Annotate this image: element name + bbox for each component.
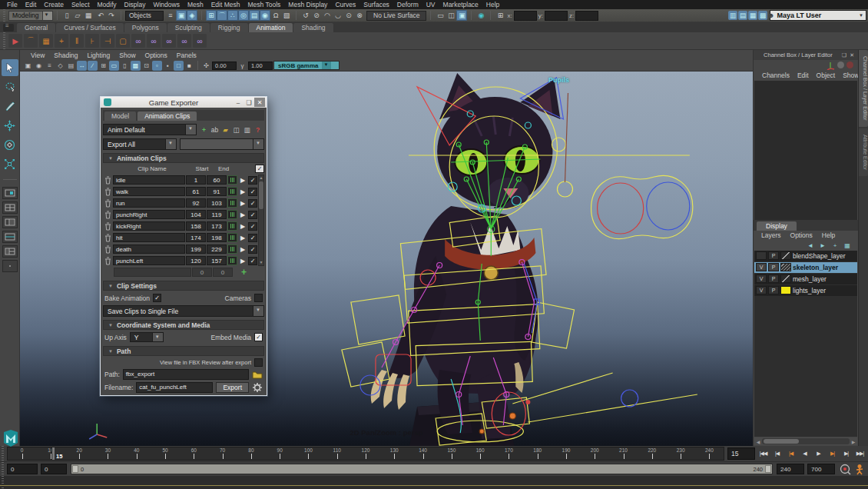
step-back-key-button[interactable]: |◀	[784, 447, 797, 460]
grid-coords-icon[interactable]: ⊞	[495, 10, 505, 21]
lasso-select-tool-button[interactable]	[2, 78, 18, 95]
x-coordinate-field[interactable]	[514, 11, 537, 21]
safe-title-icon[interactable]: ▪	[163, 61, 173, 71]
single-pane-icon[interactable]: ▭	[435, 10, 446, 21]
open-scene-icon[interactable]: ▱	[72, 10, 83, 21]
select-camera-icon[interactable]: ▣	[23, 61, 33, 71]
dirty-propagation-icon[interactable]: ⊙	[343, 10, 354, 21]
evaluate-begin-icon[interactable]: ◠	[322, 10, 333, 21]
clip-end-field[interactable]: 103	[207, 198, 227, 208]
menu-item[interactable]: UV	[422, 1, 439, 8]
sidebar-vertical-tab[interactable]: Channel Box / Layer Editor	[859, 50, 868, 127]
clip-enabled-checkbox[interactable]: ✓	[248, 222, 257, 231]
export-target-combo[interactable]	[180, 138, 264, 150]
cycle-check-icon[interactable]: ⊗	[354, 10, 365, 21]
shelf-tab[interactable]: Curves / Surfaces	[56, 23, 124, 32]
play-clip-button[interactable]: ▶	[238, 211, 247, 218]
anim-snapshot-icon[interactable]: ▢	[116, 34, 130, 48]
safe-action-icon[interactable]: ▫	[152, 61, 162, 71]
panel-menu-item[interactable]: View	[26, 52, 49, 59]
step-back-frame-button[interactable]: |◀	[770, 447, 784, 460]
menu-item[interactable]: Create	[40, 1, 68, 8]
panel-menu-item[interactable]: Lighting	[82, 52, 114, 59]
y-coordinate-field[interactable]	[545, 11, 568, 21]
menu-item[interactable]: Surfaces	[359, 1, 393, 8]
drag-handle[interactable]	[0, 476, 5, 489]
shelf-tab[interactable]: General	[17, 23, 55, 32]
coordinate-section-header[interactable]: ▼ Coordinate System and Media	[103, 320, 264, 330]
exporter-tab[interactable]: Model	[104, 111, 136, 121]
shelf-tab[interactable]: Polygons	[124, 23, 167, 32]
channel-box-menu-item[interactable]: Object	[813, 72, 840, 79]
path-field[interactable]: fbx_export	[123, 369, 249, 380]
layer-visibility-toggle[interactable]	[756, 251, 767, 260]
animation-clips-section-header[interactable]: ▼ Animation Clips	[103, 153, 264, 163]
four-pane-layout-button[interactable]	[2, 201, 18, 214]
clip-end-field[interactable]: 91	[207, 187, 227, 196]
exposure-icon[interactable]: ✣	[201, 61, 211, 71]
menu-item[interactable]: Help	[482, 1, 503, 8]
create-empty-layer-icon[interactable]: +	[830, 241, 840, 250]
animation-end-field[interactable]: 700	[807, 464, 835, 474]
range-end-handle[interactable]	[765, 465, 771, 473]
selection-filter-combo[interactable]: Objects	[125, 11, 164, 21]
manipulator-icon[interactable]	[826, 61, 835, 70]
set-clip-range-button[interactable]	[227, 233, 237, 242]
view-transform-combo[interactable]: sRGB gamma	[273, 61, 340, 70]
channel-box-toggle-icon[interactable]: ▤	[738, 11, 747, 20]
range-start-handle[interactable]	[72, 465, 78, 473]
live-surface-field[interactable]: No Live Surface	[366, 11, 426, 21]
channel-box-body[interactable]	[754, 81, 857, 220]
clip-end-field[interactable]: 198	[207, 233, 227, 242]
maximize-button[interactable]: ❑	[244, 98, 254, 107]
clip-start-field[interactable]: 174	[186, 233, 206, 242]
create-layer-from-selected-icon[interactable]: ▦	[843, 241, 852, 250]
bake-animation-checkbox[interactable]: ✓	[153, 294, 161, 302]
snap-curve-icon[interactable]: ⌒	[217, 10, 227, 21]
clip-start-field[interactable]: 104	[186, 210, 206, 219]
layer-playback-toggle[interactable]: P	[768, 274, 779, 283]
clip-enabled-checkbox[interactable]: ✓	[248, 211, 257, 219]
scroll-up-icon[interactable]: ▲	[260, 175, 263, 181]
scroll-down-icon[interactable]: ▼	[260, 260, 263, 265]
sidebar-vertical-tab[interactable]: Attribute Editor	[859, 128, 868, 176]
snap-view-plane-icon[interactable]: ▤	[249, 10, 260, 21]
move-tool-button[interactable]	[2, 117, 18, 134]
clip-end-field[interactable]: 229	[207, 244, 227, 254]
menu-item[interactable]: Curves	[331, 1, 359, 8]
clip-row[interactable]: walk 61 91 ▶ ✓	[103, 186, 257, 197]
game-exporter-dialog[interactable]: Game Exporter –❑✕ ModelAnimation Clips A…	[100, 96, 267, 396]
lock-camera-icon[interactable]: ◉	[34, 61, 44, 71]
clip-row[interactable]: punchLeft 120 157 ▶ ✓	[103, 255, 257, 266]
layer-visibility-toggle[interactable]: V	[756, 274, 767, 283]
playback-start-field[interactable]: 0	[41, 464, 67, 474]
shelf-tab[interactable]: Rigging	[210, 23, 248, 32]
delete-anim-clip-set-icon[interactable]: ▥	[242, 125, 252, 135]
point-constraint-icon[interactable]: ∞	[147, 34, 161, 48]
set-clip-range-button[interactable]	[227, 256, 237, 265]
clip-start-field[interactable]: 120	[186, 256, 206, 265]
next-layer-icon[interactable]: ►	[818, 241, 827, 250]
current-frame-marker[interactable]: 15	[51, 447, 55, 460]
play-backwards-button[interactable]: ◀	[798, 447, 811, 460]
undo-icon[interactable]: ↶	[95, 10, 106, 21]
settings-gear-icon[interactable]	[252, 382, 263, 393]
cameras-checkbox[interactable]	[254, 294, 263, 302]
delete-clip-icon[interactable]	[103, 222, 112, 231]
clip-row[interactable]: hit 174 198 ▶ ✓	[103, 232, 257, 243]
playblast-icon[interactable]: ▶	[8, 34, 22, 48]
clip-row[interactable]: run 92 103 ▶ ✓	[103, 198, 257, 208]
set-breakdown-icon[interactable]: ‖	[70, 34, 84, 48]
animation-start-field[interactable]: 0	[7, 464, 38, 474]
field-chart-icon[interactable]: ⊡	[141, 61, 151, 71]
minimize-button[interactable]: –	[233, 98, 244, 107]
motion-trail-icon[interactable]: ⌒	[24, 34, 38, 48]
menu-item[interactable]: Modify	[94, 1, 121, 8]
layer-row[interactable]: P blendShape_layer	[754, 251, 857, 262]
time-ruler[interactable]: 0102030405060708090100110120130140150160…	[7, 447, 724, 461]
menu-item[interactable]: Mesh	[184, 1, 207, 8]
load-anim-clip-set-icon[interactable]: ▰	[220, 125, 230, 135]
z-coordinate-field[interactable]	[575, 11, 598, 21]
two-d-pan-zoom-icon[interactable]: ↔	[77, 61, 87, 71]
xray-icon[interactable]: ■	[184, 61, 194, 71]
